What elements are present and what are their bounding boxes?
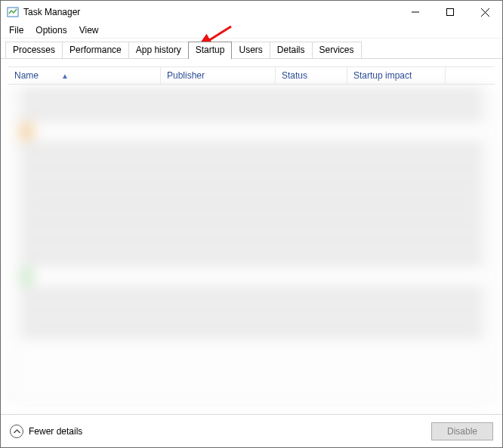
menubar: File Options View xyxy=(1,23,502,39)
chevron-up-icon xyxy=(10,425,23,438)
tab-startup[interactable]: Startup xyxy=(188,42,233,59)
svg-rect-2 xyxy=(447,9,454,16)
footer: Fewer details Disable xyxy=(1,414,502,447)
tab-processes[interactable]: Processes xyxy=(5,42,63,58)
disable-label: Disable xyxy=(447,426,477,437)
tab-app-history[interactable]: App history xyxy=(128,42,189,58)
column-header-name[interactable]: Name ▲ xyxy=(8,67,161,84)
minimize-button[interactable] xyxy=(398,1,433,23)
tabbar: Processes Performance App history Startu… xyxy=(1,39,502,59)
sort-ascending-icon: ▲ xyxy=(61,72,69,80)
menu-file[interactable]: File xyxy=(4,23,29,37)
window-controls xyxy=(398,1,502,23)
titlebar: Task Manager xyxy=(1,1,502,23)
column-label: Startup impact xyxy=(353,70,412,81)
maximize-button[interactable] xyxy=(433,1,468,23)
menu-options[interactable]: Options xyxy=(30,23,72,37)
menu-view[interactable]: View xyxy=(74,23,104,37)
content-area: Name ▲ Publisher Status Startup impact xyxy=(1,59,502,414)
tab-users[interactable]: Users xyxy=(231,42,270,58)
fewer-details-label: Fewer details xyxy=(29,426,82,437)
close-button[interactable] xyxy=(468,1,502,23)
column-header-publisher[interactable]: Publisher xyxy=(161,67,276,84)
task-manager-icon xyxy=(7,6,19,18)
fewer-details-button[interactable]: Fewer details xyxy=(10,425,82,438)
column-header-impact[interactable]: Startup impact xyxy=(347,67,446,84)
tab-performance[interactable]: Performance xyxy=(62,42,129,58)
column-label: Status xyxy=(282,70,307,81)
column-label: Publisher xyxy=(167,70,205,81)
disable-button[interactable]: Disable xyxy=(431,422,493,440)
startup-list[interactable] xyxy=(8,85,495,403)
table-header: Name ▲ Publisher Status Startup impact xyxy=(8,66,495,85)
column-header-status[interactable]: Status xyxy=(276,67,347,84)
tab-details[interactable]: Details xyxy=(270,42,313,58)
tab-services[interactable]: Services xyxy=(312,42,362,58)
window-title: Task Manager xyxy=(23,7,80,17)
column-label: Name xyxy=(14,70,39,81)
